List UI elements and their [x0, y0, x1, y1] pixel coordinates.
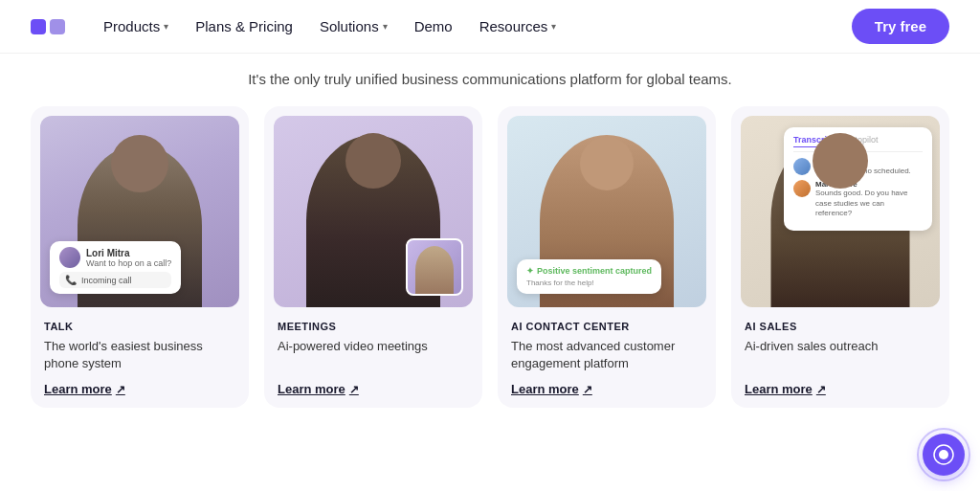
nav-resources[interactable]: Resources ▾ — [479, 18, 557, 34]
ai-sales-image: Transcript Autopilot James Lowe Let's ge… — [741, 116, 940, 307]
try-free-button[interactable]: Try free — [852, 9, 949, 44]
talk-description: The world's easiest business phone syste… — [44, 338, 235, 372]
ai-sales-learn-more-link[interactable]: Learn more ↗ — [745, 382, 826, 396]
navigation: Products ▾ Plans & Pricing Solutions ▾ D… — [0, 0, 980, 54]
transcript-message-1: James Lowe Let's get a demo scheduled. — [793, 158, 923, 176]
chat-bubble-button[interactable] — [923, 434, 965, 476]
avatar — [59, 247, 80, 268]
avatar — [793, 158, 811, 175]
transcript-message-2: Martin Acre Sounds good. Do you have cas… — [793, 180, 923, 218]
arrow-icon: ↗ — [349, 383, 359, 396]
svg-point-3 — [939, 450, 948, 459]
talk-card-body: TALK The world's easiest business phone … — [31, 307, 249, 408]
svg-rect-0 — [31, 19, 46, 34]
sentiment-overlay: ✦ Positive sentiment captured Thanks for… — [517, 259, 661, 294]
message-sender: James Lowe — [815, 158, 911, 167]
talk-learn-more-link[interactable]: Learn more ↗ — [44, 382, 125, 396]
meetings-image — [274, 116, 473, 307]
ai-sales-card: Transcript Autopilot James Lowe Let's ge… — [731, 106, 949, 408]
transcript-overlay: Transcript Autopilot James Lowe Let's ge… — [784, 127, 932, 231]
svg-rect-1 — [50, 19, 65, 34]
page-subtitle: It's the only truly unified business com… — [0, 54, 980, 87]
meetings-learn-more-link[interactable]: Learn more ↗ — [278, 382, 359, 396]
sentiment-text: Thanks for the help! — [526, 279, 652, 287]
sentiment-label: ✦ Positive sentiment captured — [526, 266, 652, 276]
contact-center-tag: AI CONTACT CENTER — [511, 321, 702, 332]
meetings-description: Ai-powered video meetings — [278, 338, 469, 372]
message-text: Sounds good. Do you have case studies we… — [815, 189, 923, 218]
contact-center-card-body: AI CONTACT CENTER The most advanced cust… — [498, 307, 716, 408]
logo[interactable] — [31, 15, 65, 38]
transcript-tab[interactable]: Transcript — [793, 135, 835, 147]
ai-sales-description: Ai-driven sales outreach — [745, 338, 936, 372]
meetings-card-body: MEETINGS Ai-powered video meetings Learn… — [264, 307, 482, 408]
transcript-tabs: Transcript Autopilot — [793, 135, 923, 152]
message-sender: Martin Acre — [815, 180, 923, 189]
video-thumbnail-overlay — [406, 238, 463, 296]
ai-sales-card-body: AI SALES Ai-driven sales outreach Learn … — [731, 307, 949, 408]
nav-products[interactable]: Products ▾ — [103, 18, 168, 34]
contact-name: Lori Mitra — [86, 248, 171, 258]
meetings-card: MEETINGS Ai-powered video meetings Learn… — [264, 106, 482, 408]
chevron-down-icon: ▾ — [383, 21, 388, 32]
arrow-icon: ↗ — [583, 383, 592, 396]
product-cards: Lori Mitra Want to hop on a call? 📞 Inco… — [0, 87, 980, 423]
talk-card: Lori Mitra Want to hop on a call? 📞 Inco… — [31, 106, 249, 408]
incoming-call-overlay: Lori Mitra Want to hop on a call? 📞 Inco… — [50, 241, 181, 294]
chevron-down-icon: ▾ — [551, 21, 556, 32]
ai-sales-tag: AI SALES — [745, 321, 936, 332]
nav-demo[interactable]: Demo — [414, 18, 453, 34]
arrow-icon: ↗ — [816, 383, 826, 396]
avatar — [793, 180, 811, 197]
nav-solutions[interactable]: Solutions ▾ — [320, 18, 388, 34]
talk-image: Lori Mitra Want to hop on a call? 📞 Inco… — [40, 116, 239, 307]
contact-center-description: The most advanced customer engagement pl… — [511, 338, 702, 372]
contact-center-image: ✦ Positive sentiment captured Thanks for… — [507, 116, 706, 307]
phone-icon: 📞 — [65, 275, 77, 285]
message-text: Let's get a demo scheduled. — [815, 167, 911, 176]
talk-tag: TALK — [44, 321, 235, 332]
contact-center-learn-more-link[interactable]: Learn more ↗ — [511, 382, 592, 396]
meetings-tag: MEETINGS — [278, 321, 469, 332]
contact-subtitle: Want to hop on a call? — [86, 258, 171, 268]
arrow-icon: ↗ — [116, 383, 125, 396]
contact-center-card: ✦ Positive sentiment captured Thanks for… — [498, 106, 716, 408]
chevron-down-icon: ▾ — [164, 21, 168, 32]
incoming-label: Incoming call — [81, 276, 132, 285]
nav-links: Products ▾ Plans & Pricing Solutions ▾ D… — [103, 18, 852, 34]
nav-plans-pricing[interactable]: Plans & Pricing — [195, 18, 293, 34]
autopilot-tab[interactable]: Autopilot — [845, 135, 879, 147]
